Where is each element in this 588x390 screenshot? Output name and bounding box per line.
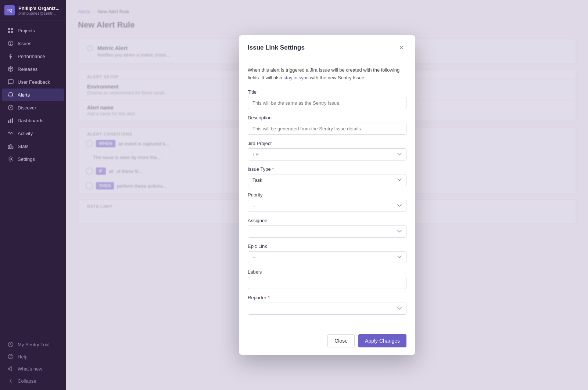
sidebar-item-label: Discover xyxy=(18,105,36,111)
message-icon xyxy=(7,79,14,85)
sidebar-item-performance[interactable]: Performance xyxy=(2,50,64,62)
sidebar-item-label: Stats xyxy=(18,144,29,149)
sidebar-footer-label: My Sentry Trial xyxy=(18,342,50,347)
package-icon xyxy=(7,66,14,72)
modal-footer: Close Apply Changes xyxy=(239,328,415,355)
sidebar-item-releases[interactable]: Releases xyxy=(2,63,64,75)
labels-field: Labels xyxy=(248,269,406,289)
trial-icon xyxy=(7,341,14,348)
issue-type-label: Issue Type * xyxy=(248,166,406,172)
sidebar-header[interactable]: TQ Phillip's Organiz... phillip.jones@se… xyxy=(0,0,66,21)
sidebar-footer-label: Collapse xyxy=(18,378,36,384)
assignee-select[interactable]: -- xyxy=(248,225,406,238)
sidebar-item-discover[interactable]: Discover xyxy=(2,101,64,114)
sidebar-footer: My Sentry Trial Help What's new Collapse xyxy=(0,335,66,390)
sidebar-item-label: Releases xyxy=(18,66,37,72)
svg-rect-14 xyxy=(10,144,11,149)
issue-type-select[interactable]: Task xyxy=(248,174,406,186)
sidebar-item-label: Issues xyxy=(18,41,32,46)
sidebar-item-sentry-trial[interactable]: My Sentry Trial xyxy=(2,339,64,350)
sidebar-footer-label: Help xyxy=(18,354,28,360)
svg-rect-11 xyxy=(10,119,11,123)
alert-circle-icon xyxy=(7,40,14,47)
title-label: Title xyxy=(248,89,406,95)
sidebar-item-label: Settings xyxy=(18,156,35,162)
close-button[interactable]: Close xyxy=(327,334,355,347)
sidebar-item-settings[interactable]: Settings xyxy=(2,153,64,165)
org-name: Phillip's Organiz... xyxy=(18,6,60,11)
stats-icon xyxy=(7,143,14,149)
sidebar-item-label: Activity xyxy=(18,131,33,136)
chevron-left-icon xyxy=(7,378,14,384)
main-content: Alerts › New Alert Rule New Alert Rule M… xyxy=(66,0,588,390)
jira-project-field: Jira Project TP xyxy=(248,141,406,160)
org-email: phillip.jones@sentr... xyxy=(18,11,60,15)
sidebar-item-dashboards[interactable]: Dashboards xyxy=(2,114,64,127)
svg-rect-0 xyxy=(8,28,10,30)
epic-link-select[interactable]: -- xyxy=(248,251,406,263)
assignee-label: Assignee xyxy=(248,218,406,223)
labels-label: Labels xyxy=(248,269,406,275)
sidebar-item-activity[interactable]: Activity xyxy=(2,127,64,140)
modal-title: Issue Link Settings xyxy=(248,44,305,51)
sidebar-item-label: Dashboards xyxy=(18,118,43,123)
svg-rect-10 xyxy=(8,120,10,123)
sidebar-item-user-feedback[interactable]: User Feedback xyxy=(2,76,64,88)
jira-project-label: Jira Project xyxy=(248,141,406,146)
description-input[interactable] xyxy=(248,123,406,135)
svg-point-16 xyxy=(10,158,12,160)
modal-overlay: Issue Link Settings ✕ When this alert is… xyxy=(66,0,588,390)
modal-close-button[interactable]: ✕ xyxy=(396,43,406,53)
svg-point-19 xyxy=(10,358,11,358)
svg-point-9 xyxy=(10,107,11,108)
org-info: Phillip's Organiz... phillip.jones@sentr… xyxy=(18,6,60,15)
sidebar-item-label: Performance xyxy=(18,54,45,59)
svg-rect-1 xyxy=(11,28,13,30)
svg-rect-2 xyxy=(8,31,10,33)
sidebar-item-projects[interactable]: Projects xyxy=(2,24,64,37)
sidebar-footer-label: What's new xyxy=(18,366,42,372)
sidebar-item-label: Projects xyxy=(18,28,35,33)
title-input[interactable] xyxy=(248,97,406,109)
sidebar-item-issues[interactable]: Issues xyxy=(2,37,64,50)
svg-rect-12 xyxy=(12,118,14,123)
sidebar-item-label: Alerts xyxy=(18,92,30,98)
epic-link-label: Epic Link xyxy=(248,243,406,249)
priority-field: Priority -- xyxy=(248,192,406,212)
apply-changes-button[interactable]: Apply Changes xyxy=(358,334,406,347)
help-icon xyxy=(7,353,14,360)
stay-in-sync-link[interactable]: stay in sync xyxy=(284,75,309,80)
sidebar-item-alerts[interactable]: Alerts xyxy=(2,89,64,101)
gear-icon xyxy=(7,156,14,162)
issue-link-settings-modal: Issue Link Settings ✕ When this alert is… xyxy=(239,35,415,355)
bell-icon xyxy=(7,91,14,98)
svg-point-6 xyxy=(10,44,11,44)
modal-header: Issue Link Settings ✕ xyxy=(239,35,415,59)
megaphone-icon xyxy=(7,365,14,372)
compass-icon xyxy=(7,104,14,111)
reporter-label: Reporter * xyxy=(248,295,406,300)
assignee-field: Assignee -- xyxy=(248,218,406,238)
jira-project-select[interactable]: TP xyxy=(248,148,406,160)
org-avatar: TQ xyxy=(4,5,15,15)
zap-icon xyxy=(7,53,14,59)
description-label: Description xyxy=(248,115,406,120)
modal-body: When this alert is triggered a Jira issu… xyxy=(239,59,415,328)
reporter-field: Reporter * -- xyxy=(248,295,406,315)
priority-select[interactable]: -- xyxy=(248,200,406,212)
sidebar-item-label: User Feedback xyxy=(18,79,50,85)
epic-link-field: Epic Link -- xyxy=(248,243,406,263)
sidebar-item-whats-new[interactable]: What's new xyxy=(2,363,64,375)
sidebar-item-stats[interactable]: Stats xyxy=(2,140,64,152)
reporter-select[interactable]: -- xyxy=(248,303,406,315)
description-field: Description xyxy=(248,115,406,135)
sidebar-item-collapse[interactable]: Collapse xyxy=(2,375,64,387)
modal-description: When this alert is triggered a Jira issu… xyxy=(248,66,406,82)
activity-icon xyxy=(7,130,14,137)
svg-rect-15 xyxy=(12,146,13,149)
priority-label: Priority xyxy=(248,192,406,198)
bar-chart-icon xyxy=(7,117,14,124)
sidebar-item-help[interactable]: Help xyxy=(2,351,64,362)
sidebar: TQ Phillip's Organiz... phillip.jones@se… xyxy=(0,0,66,390)
labels-input[interactable] xyxy=(248,277,406,289)
